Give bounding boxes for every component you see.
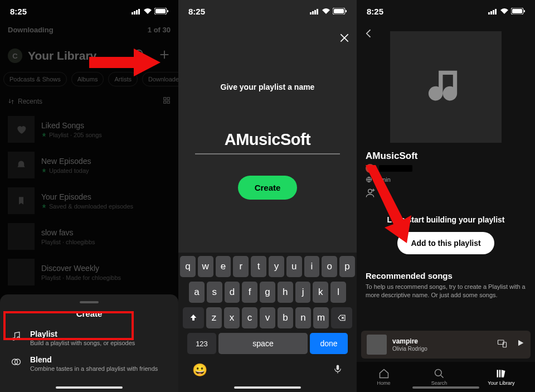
key[interactable]: o [322,256,337,277]
key[interactable]: l [330,282,346,303]
screenshot-playlist: 8:25 AMusicSoft 0 min Let's start buildi… [357,0,535,392]
svg-rect-33 [490,11,492,14]
downloading-label: Downloading [8,26,54,34]
name-prompt: Give your playlist a name [178,83,357,91]
svg-rect-11 [164,98,166,100]
backspace-key[interactable] [331,307,352,328]
create-button[interactable]: Create [238,176,298,200]
sort-label: Recents [18,98,42,105]
svg-marker-43 [366,165,411,243]
svg-rect-49 [497,370,499,377]
svg-point-16 [17,337,20,339]
key[interactable]: v [260,307,275,328]
key[interactable]: f [242,282,257,303]
status-time: 8:25 [188,7,205,16]
numeric-key[interactable]: 123 [187,333,216,354]
key[interactable]: w [198,256,213,277]
svg-rect-21 [312,11,314,14]
key[interactable]: c [242,307,257,328]
key[interactable]: r [233,256,249,277]
home-indicator[interactable] [56,386,123,389]
svg-rect-26 [346,10,347,12]
key[interactable]: t [251,256,266,277]
svg-line-48 [441,375,444,378]
sheet-grabber[interactable] [80,301,99,303]
key[interactable]: p [339,256,355,277]
key[interactable]: k [313,282,328,303]
home-indicator[interactable] [234,386,301,389]
svg-rect-20 [310,12,312,14]
svg-rect-5 [155,9,166,13]
key[interactable]: j [295,282,311,303]
home-indicator[interactable] [412,386,479,389]
key[interactable]: b [278,307,293,328]
blend-icon [10,355,22,367]
list-item[interactable]: New EpisodesUpdated today [8,147,171,183]
svg-rect-3 [138,9,140,14]
key[interactable]: y [269,256,284,277]
now-playing-title: vampire [392,337,492,345]
playlist-name-input[interactable]: AMusicSoft [195,130,340,149]
playlist-cover[interactable] [390,31,502,143]
shift-key[interactable] [183,307,204,328]
key[interactable]: x [224,307,240,328]
svg-rect-6 [167,10,168,12]
status-bar: 8:25 [357,0,535,20]
status-time: 8:25 [367,7,383,16]
key[interactable]: m [313,307,329,328]
play-icon[interactable] [516,338,525,351]
mic-key[interactable] [333,363,343,379]
now-playing-bar[interactable]: vampireOlivia Rodrigo [361,331,531,359]
key[interactable]: a [189,282,205,303]
music-note-icon [10,330,22,342]
emoji-key[interactable]: 😀 [192,363,207,379]
key[interactable]: g [260,282,275,303]
sort-button[interactable]: Recents [8,98,42,105]
svg-marker-51 [502,370,505,377]
svg-rect-32 [488,12,490,14]
key[interactable]: i [304,256,320,277]
grid-toggle-icon[interactable] [163,96,171,106]
done-key[interactable]: done [310,333,348,354]
list-item[interactable]: slow favsPlaylist · chloegibbs [8,219,171,254]
sheet-row-playlist[interactable]: PlaylistBuild a playlist with songs, or … [9,325,169,351]
key[interactable]: h [278,282,293,303]
svg-marker-19 [89,49,160,76]
key[interactable]: s [207,282,222,303]
svg-point-15 [12,338,14,340]
keyboard[interactable]: qwertyuiop asdfghjkl zxcvbnm 123 space d… [178,253,357,392]
list-item[interactable]: Discover WeeklyPlaylist · Made for chloe… [8,254,171,290]
tab-library[interactable]: Your Library [488,368,514,386]
profile-avatar[interactable]: C [8,49,22,63]
recommended-heading: Recommended songs [366,271,526,280]
your-episodes-art [8,187,35,214]
close-icon[interactable] [339,32,350,46]
list-item[interactable]: Your EpisodesSaved & downloaded episodes [8,183,171,219]
list-item[interactable]: Liked SongsPlaylist · 205 songs [8,112,171,147]
key[interactable]: e [216,256,231,277]
space-key[interactable]: space [218,333,308,354]
sheet-row-blend[interactable]: BlendCombine tastes in a shared playlist… [9,351,169,376]
chip-podcasts[interactable]: Podcasts & Shows [3,72,67,86]
now-playing-art [367,335,387,355]
downloading-progress: 1 of 30 [148,26,171,34]
svg-rect-31 [337,365,339,370]
svg-rect-1 [134,11,135,14]
key[interactable]: u [286,256,302,277]
key[interactable]: n [295,307,311,328]
key[interactable]: z [206,307,222,328]
status-indicators [132,8,168,14]
callout-arrow-icon [366,165,416,251]
downloading-row: Downloading 1 of 30 [0,21,178,38]
key[interactable]: d [225,282,240,303]
back-icon[interactable] [363,28,374,41]
key[interactable]: q [180,256,196,277]
tab-search[interactable]: Search [431,368,448,386]
screenshot-name-playlist: 8:25 Give your playlist a name AMusicSof… [178,0,357,392]
callout-arrow-icon [89,49,160,79]
connect-device-icon[interactable] [497,338,507,351]
status-bar: 8:25 [178,0,357,20]
svg-rect-23 [317,9,318,14]
new-episodes-art [8,152,35,178]
tab-home[interactable]: Home [377,368,391,386]
